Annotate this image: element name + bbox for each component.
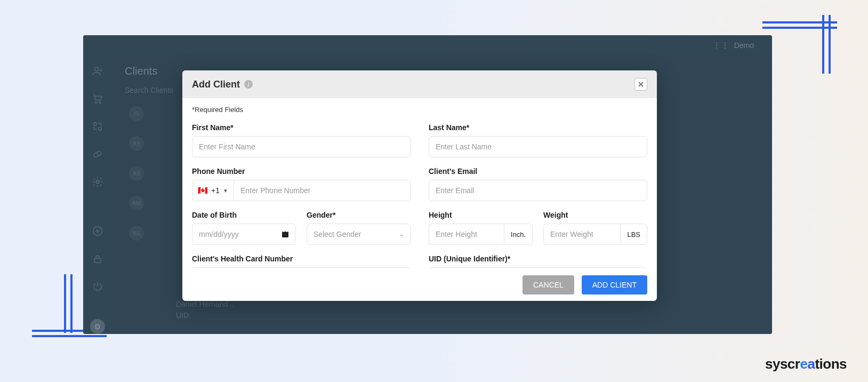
phone-input[interactable] [234, 180, 411, 201]
required-note: *Required Fields [192, 106, 647, 114]
health-card-input[interactable] [192, 267, 411, 269]
uid-input[interactable] [429, 267, 647, 269]
first-name-input[interactable] [192, 136, 411, 157]
last-name-label: Last Name* [429, 123, 647, 132]
first-name-label: First Name* [192, 123, 411, 132]
weight-input[interactable] [543, 224, 620, 245]
height-label: Height [429, 211, 533, 219]
caret-down-icon: ▼ [223, 188, 228, 194]
app-window: ⋮⋮ Demo D Clients Search Clients IS AS A… [83, 35, 772, 334]
add-client-button[interactable]: ADD CLIENT [582, 275, 647, 295]
cancel-button[interactable]: CANCEL [523, 275, 574, 295]
last-name-input[interactable] [429, 136, 647, 157]
gender-label: Gender* [307, 211, 411, 219]
height-unit: Inch. [504, 224, 533, 245]
email-input[interactable] [429, 180, 647, 201]
close-icon [638, 81, 644, 87]
email-label: Client's Email [429, 167, 647, 176]
dob-label: Date of Birth [192, 211, 296, 219]
flag-icon: 🇨🇦 [198, 186, 208, 195]
close-button[interactable] [634, 78, 647, 91]
dob-input[interactable] [192, 224, 296, 245]
uid-label: UID (Unique Identifier)* [429, 254, 647, 263]
phone-label: Phone Number [192, 167, 411, 176]
height-input[interactable] [429, 224, 504, 245]
brand-logo: syscreations [765, 356, 847, 372]
modal-title: Add Client i [192, 79, 253, 90]
health-card-label: Client's Health Card Number [192, 254, 411, 263]
decoration-corner-tr [762, 15, 842, 79]
info-icon[interactable]: i [244, 80, 253, 89]
country-code-select[interactable]: 🇨🇦 +1 ▼ [192, 180, 234, 201]
add-client-modal: Add Client i *Required Fields First Name… [182, 70, 657, 301]
weight-unit: LBS [620, 224, 647, 245]
weight-label: Weight [543, 211, 647, 219]
gender-select[interactable]: Select Gender ⌄ [307, 224, 411, 245]
